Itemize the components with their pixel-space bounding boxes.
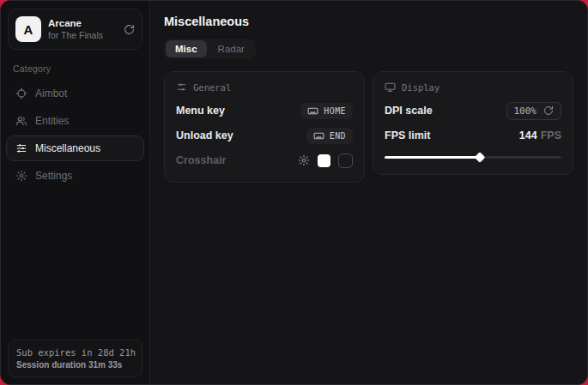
menu-key-value: HOME [324, 106, 346, 116]
brand-name: Arcane [48, 17, 117, 29]
keyboard-icon [313, 130, 324, 141]
card-title: General [193, 82, 231, 93]
sidebar-item-entities[interactable]: Entities [6, 108, 144, 134]
menu-key-label: Menu key [176, 105, 225, 117]
category-label: Category [1, 53, 149, 81]
page-title: Miscellaneous [164, 15, 573, 28]
slider-fill [385, 156, 480, 159]
unload-key-binding[interactable]: END [306, 128, 353, 144]
crosshair-settings-gear-icon[interactable] [298, 154, 310, 166]
unload-key-row: Unload key END [176, 125, 353, 146]
sidebar-item-label: Aimbot [35, 87, 67, 99]
main-panel: Miscellaneous Misc Radar General Menu ke… [150, 1, 587, 384]
reset-refresh-icon[interactable] [543, 105, 554, 116]
crosshair-checkbox[interactable] [338, 153, 353, 168]
sidebar-nav: Aimbot Entities Miscellaneous [1, 81, 149, 189]
crosshair-color-swatch[interactable] [318, 154, 330, 167]
menu-key-row: Menu key HOME [176, 100, 353, 121]
gear-icon [15, 170, 27, 182]
crosshair-label: Crosshair [176, 154, 226, 166]
slider-thumb[interactable] [475, 152, 486, 163]
sidebar: A Arcane for The Finals Category Aimbot [1, 1, 150, 384]
brand-logo: A [15, 16, 41, 42]
fps-limit-label: FPS limit [385, 129, 430, 141]
dpi-scale-label: DPI scale [385, 105, 433, 117]
sliders-icon [15, 142, 27, 154]
fps-limit-row: FPS limit 144FPS [385, 125, 561, 146]
brand-card: A Arcane for The Finals [8, 9, 142, 50]
tab-radar[interactable]: Radar [209, 40, 254, 57]
sliders-icon [176, 81, 187, 93]
general-card: General Menu key HOME Unload key [164, 71, 365, 183]
subscription-box: Sub expires in 28d 21h Session duration … [8, 340, 142, 377]
card-title: Display [402, 82, 439, 93]
app-window: A Arcane for The Finals Category Aimbot [0, 0, 588, 385]
unload-key-value: END [330, 131, 346, 141]
fps-limit-slider[interactable] [385, 151, 561, 163]
users-icon [15, 115, 27, 127]
keyboard-icon [307, 105, 318, 117]
dpi-scale-control[interactable]: 100% [506, 102, 562, 120]
crosshair-row: Crosshair [176, 150, 353, 171]
sidebar-item-aimbot[interactable]: Aimbot [6, 81, 144, 106]
dpi-scale-value: 100% [514, 105, 537, 117]
display-card: Display DPI scale 100% FPS limit [373, 71, 573, 175]
refresh-icon[interactable] [124, 24, 135, 35]
crosshair-icon [15, 87, 27, 99]
menu-key-binding[interactable]: HOME [300, 103, 353, 119]
sidebar-item-label: Entities [35, 115, 69, 127]
sub-expires-text: Sub expires in 28d 21h [16, 347, 134, 358]
brand-subtitle: for The Finals [48, 30, 117, 41]
sidebar-item-miscellaneous[interactable]: Miscellaneous [6, 135, 144, 161]
unload-key-label: Unload key [176, 129, 233, 141]
tabstrip: Misc Radar [164, 39, 256, 59]
monitor-icon [385, 81, 396, 93]
fps-limit-unit: FPS [541, 129, 561, 141]
dpi-scale-row: DPI scale 100% [385, 100, 561, 121]
sidebar-item-label: Settings [35, 170, 72, 182]
fps-limit-value: 144 [519, 129, 537, 141]
sidebar-item-label: Miscellaneous [35, 142, 100, 154]
tab-misc[interactable]: Misc [166, 40, 207, 57]
sidebar-item-settings[interactable]: Settings [6, 163, 144, 189]
session-duration-text: Session duration 31m 33s [16, 360, 134, 370]
